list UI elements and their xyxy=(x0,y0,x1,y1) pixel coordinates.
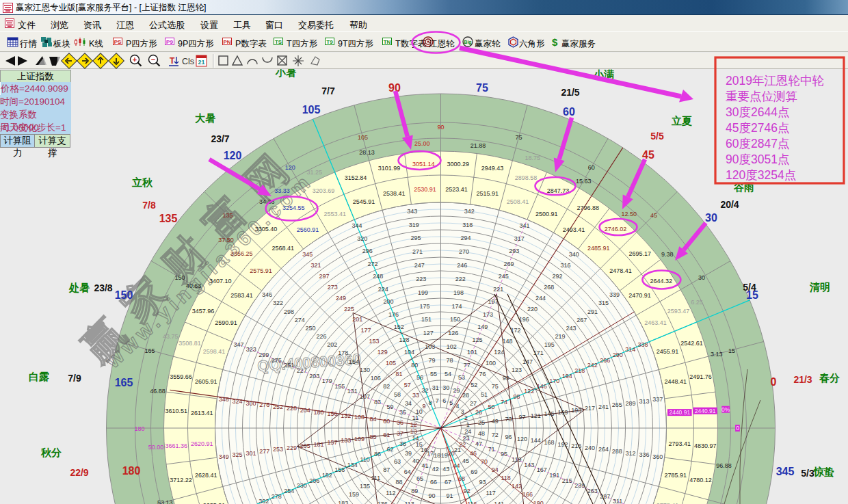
svg-text:98: 98 xyxy=(513,393,520,400)
svg-text:134: 134 xyxy=(347,462,358,468)
svg-text:345: 345 xyxy=(302,251,313,258)
svg-text:113: 113 xyxy=(404,501,414,504)
svg-text:57: 57 xyxy=(404,382,411,388)
svg-text:179: 179 xyxy=(322,377,332,384)
svg-text:215: 215 xyxy=(562,477,572,484)
svg-text:2644.32: 2644.32 xyxy=(650,278,672,284)
svg-text:60: 60 xyxy=(588,164,595,171)
svg-text:242: 242 xyxy=(587,362,598,369)
svg-text:104: 104 xyxy=(404,349,414,356)
svg-text:惊蛰: 惊蛰 xyxy=(813,466,834,477)
svg-text:133: 133 xyxy=(341,437,351,444)
svg-text:346: 346 xyxy=(262,291,272,298)
svg-text:105: 105 xyxy=(386,360,396,367)
svg-text:3051.14: 3051.14 xyxy=(412,161,435,168)
svg-text:2538.41: 2538.41 xyxy=(383,190,406,197)
svg-text:21/3: 21/3 xyxy=(793,374,812,385)
svg-text:13: 13 xyxy=(410,428,417,435)
svg-text:116: 116 xyxy=(467,501,477,504)
svg-text:2448.41: 2448.41 xyxy=(665,378,687,385)
svg-text:3254.55: 3254.55 xyxy=(282,204,305,211)
svg-text:2463.41: 2463.41 xyxy=(644,319,667,326)
svg-text:270: 270 xyxy=(459,248,469,255)
svg-text:56: 56 xyxy=(416,374,423,381)
svg-text:38: 38 xyxy=(399,440,406,447)
svg-text:289: 289 xyxy=(626,400,636,407)
svg-text:291: 291 xyxy=(587,308,598,315)
svg-text:2485.91: 2485.91 xyxy=(587,245,610,252)
svg-text:43.75: 43.75 xyxy=(163,333,178,340)
svg-text:228: 228 xyxy=(287,405,297,412)
svg-text:2553.41: 2553.41 xyxy=(323,211,346,217)
svg-text:41: 41 xyxy=(421,462,428,469)
svg-text:120: 120 xyxy=(517,436,527,442)
svg-text:6: 6 xyxy=(442,397,446,404)
svg-text:321: 321 xyxy=(310,262,321,269)
svg-text:276: 276 xyxy=(259,401,269,408)
svg-text:252: 252 xyxy=(273,403,283,410)
svg-text:49: 49 xyxy=(492,418,499,425)
svg-text:2: 2 xyxy=(464,414,468,421)
svg-text:226: 226 xyxy=(316,333,326,340)
svg-text:0: 0 xyxy=(736,425,739,432)
svg-text:3610.51: 3610.51 xyxy=(165,408,188,414)
svg-text:2628.41: 2628.41 xyxy=(195,472,217,479)
svg-text:28: 28 xyxy=(462,392,469,399)
svg-text:217: 217 xyxy=(585,405,595,412)
svg-text:198: 198 xyxy=(453,289,464,296)
svg-text:68: 68 xyxy=(458,475,465,482)
svg-text:3101.99: 3101.99 xyxy=(378,165,401,172)
svg-text:3000.29: 3000.29 xyxy=(447,161,470,168)
svg-text:336: 336 xyxy=(639,451,649,458)
svg-text:+: + xyxy=(133,55,137,64)
svg-text:95: 95 xyxy=(501,451,507,457)
svg-text:7/7: 7/7 xyxy=(321,85,335,96)
svg-text:324: 324 xyxy=(233,398,243,405)
svg-text:143: 143 xyxy=(524,462,534,468)
svg-text:2785.91: 2785.91 xyxy=(665,472,687,479)
svg-text:21: 21 xyxy=(198,59,204,66)
svg-text:118: 118 xyxy=(501,475,511,481)
svg-text:21/5: 21/5 xyxy=(561,87,579,98)
svg-text:2590.91: 2590.91 xyxy=(215,319,237,326)
svg-text:18.75: 18.75 xyxy=(525,155,540,161)
svg-text:315: 315 xyxy=(598,300,609,306)
svg-text:58: 58 xyxy=(394,391,401,398)
svg-text:75: 75 xyxy=(476,82,488,94)
svg-text:37.50: 37.50 xyxy=(218,237,234,243)
svg-text:147: 147 xyxy=(522,358,533,365)
svg-text:5/3: 5/3 xyxy=(801,468,814,479)
svg-text:42: 42 xyxy=(432,466,439,473)
svg-text:30: 30 xyxy=(705,212,717,224)
svg-text:263: 263 xyxy=(587,488,598,494)
svg-text:7/9: 7/9 xyxy=(68,373,81,384)
svg-text:46.88: 46.88 xyxy=(150,388,165,395)
svg-text:197: 197 xyxy=(488,298,498,305)
svg-text:296: 296 xyxy=(362,248,373,254)
svg-text:170: 170 xyxy=(549,377,559,384)
svg-text:2491.76: 2491.76 xyxy=(689,373,712,380)
svg-text:144: 144 xyxy=(531,437,541,444)
svg-text:90: 90 xyxy=(428,492,435,499)
svg-text:45: 45 xyxy=(642,149,654,161)
svg-text:205: 205 xyxy=(300,442,310,449)
svg-text:25.00: 25.00 xyxy=(414,140,430,147)
svg-text:293: 293 xyxy=(509,248,519,254)
svg-text:132: 132 xyxy=(341,412,351,419)
svg-text:70: 70 xyxy=(481,458,488,465)
svg-text:319: 319 xyxy=(409,222,419,228)
svg-text:342: 342 xyxy=(464,208,475,215)
svg-text:122: 122 xyxy=(524,388,534,395)
svg-text:264: 264 xyxy=(598,446,609,453)
svg-text:秋分: 秋分 xyxy=(40,447,62,458)
svg-text:59: 59 xyxy=(387,403,394,410)
svg-text:148: 148 xyxy=(502,338,512,345)
svg-text:76: 76 xyxy=(479,371,486,377)
svg-text:216: 216 xyxy=(571,442,581,449)
svg-text:80: 80 xyxy=(411,362,418,369)
svg-text:341: 341 xyxy=(519,222,529,229)
svg-text:29: 29 xyxy=(453,387,460,394)
svg-text:2440.91: 2440.91 xyxy=(695,408,716,414)
svg-text:323: 323 xyxy=(246,346,256,353)
svg-text:130: 130 xyxy=(360,367,370,373)
